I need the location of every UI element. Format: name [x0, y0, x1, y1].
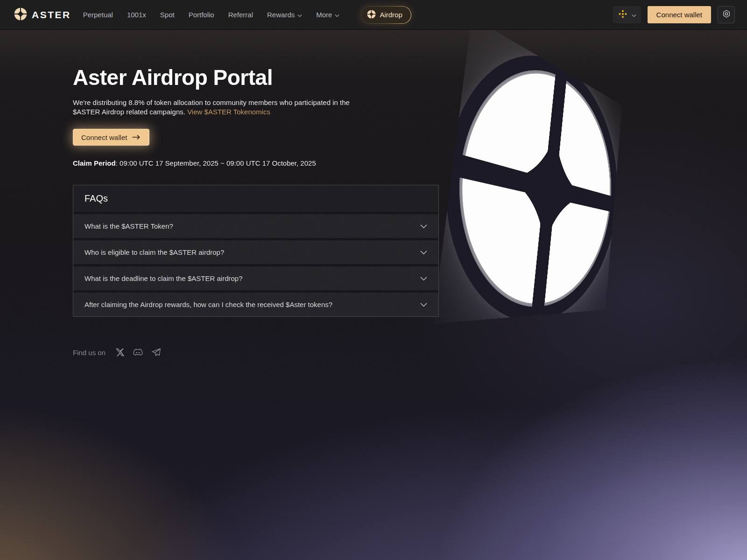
chevron-down-icon: [420, 274, 427, 283]
telegram-icon[interactable]: [151, 348, 161, 357]
faq-item-deadline[interactable]: What is the deadline to claim the $ASTER…: [73, 264, 438, 290]
social-links: Find us on: [73, 348, 674, 357]
faq-item-aster-token[interactable]: What is the $ASTER Token?: [73, 212, 438, 238]
aster-logo-icon: [14, 7, 27, 22]
nav-item-perpetual[interactable]: Perpetual: [83, 11, 113, 19]
faq-question: Who is eligible to claim the $ASTER aird…: [85, 248, 224, 256]
faq-title: FAQs: [73, 185, 438, 212]
faq-question: What is the deadline to claim the $ASTER…: [85, 274, 243, 282]
top-navbar: ASTER Perpetual 1001x Spot Portfolio Ref…: [0, 0, 747, 30]
primary-nav: Perpetual 1001x Spot Portfolio Referral …: [83, 6, 411, 24]
faq-question: After claiming the Airdrop rewards, how …: [85, 301, 332, 308]
nav-item-referral[interactable]: Referral: [228, 11, 253, 19]
network-selector[interactable]: [613, 6, 641, 23]
faq-item-eligibility[interactable]: Who is eligible to claim the $ASTER aird…: [73, 238, 438, 264]
arrow-right-icon: [132, 133, 141, 141]
nav-airdrop-label: Airdrop: [380, 11, 402, 19]
x-twitter-icon[interactable]: [115, 348, 125, 357]
chevron-down-icon: [420, 222, 427, 231]
nav-rewards-label: Rewards: [267, 11, 295, 19]
faq-panel: FAQs What is the $ASTER Token? Who is el…: [73, 185, 439, 317]
settings-button[interactable]: [718, 6, 735, 23]
discord-icon[interactable]: [133, 348, 143, 357]
nav-item-portfolio[interactable]: Portfolio: [189, 11, 214, 19]
connect-wallet-button[interactable]: Connect wallet: [648, 6, 711, 23]
nav-dropdown-more[interactable]: More: [316, 11, 339, 19]
nav-item-spot[interactable]: Spot: [160, 11, 175, 19]
faq-question: What is the $ASTER Token?: [85, 222, 173, 230]
chevron-down-icon: [420, 248, 427, 257]
claim-period-label: Claim Period: [73, 159, 116, 167]
airdrop-portal-main: Aster Airdrop Portal We're distributing …: [0, 64, 747, 357]
faq-item-check-tokens[interactable]: After claiming the Airdrop rewards, how …: [73, 290, 438, 316]
nav-item-airdrop-active[interactable]: Airdrop: [361, 6, 411, 24]
nav-more-label: More: [316, 11, 332, 19]
gear-icon: [722, 9, 731, 21]
nav-item-1001x[interactable]: 1001x: [127, 11, 146, 19]
hero-connect-wallet-label: Connect wallet: [81, 133, 127, 141]
brand-name: ASTER: [32, 9, 71, 21]
chevron-down-icon: [632, 11, 636, 19]
hero-connect-wallet-button[interactable]: Connect wallet: [73, 129, 149, 146]
aster-logo-icon: [367, 10, 376, 20]
chevron-down-icon: [335, 11, 339, 19]
find-us-label: Find us on: [73, 349, 106, 357]
nav-dropdown-rewards[interactable]: Rewards: [267, 11, 302, 19]
navbar-right-group: Connect wallet: [613, 6, 735, 23]
hero-description: We're distributing 8.8% of token allocat…: [73, 98, 357, 117]
tokenomics-link[interactable]: View $ASTER Tokenomics: [187, 108, 270, 116]
bnb-chain-icon: [618, 9, 628, 21]
chevron-down-icon: [420, 301, 427, 309]
brand-home-link[interactable]: ASTER: [14, 7, 71, 22]
claim-period-value: : 09:00 UTC 17 September, 2025 ~ 09:00 U…: [116, 159, 316, 167]
claim-period: Claim Period: 09:00 UTC 17 September, 20…: [73, 159, 674, 167]
page-title: Aster Airdrop Portal: [73, 64, 674, 91]
chevron-down-icon: [297, 11, 302, 19]
